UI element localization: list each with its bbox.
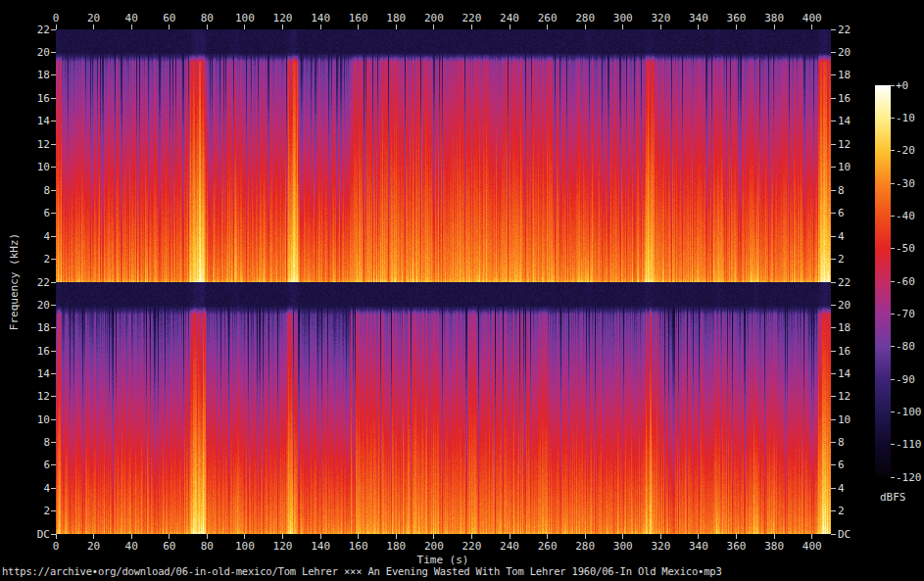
x-tick-label: 240 (500, 12, 519, 24)
x-tick-label: 0 (53, 12, 60, 24)
colorbar-tick-label: -60 (896, 275, 915, 288)
colorbar-tick-mark (891, 216, 895, 217)
x-tick-mark (358, 24, 359, 29)
y-tick-label: 8 (0, 436, 50, 449)
y-tick-label: 10 (0, 413, 50, 426)
x-tick-label: 220 (462, 12, 482, 24)
y-tick-mark (51, 52, 56, 53)
y-tick-label: 20 (0, 299, 50, 312)
colorbar-tick-label: -10 (896, 112, 915, 124)
y-tick-mark (831, 74, 836, 75)
y-tick-label: 10 (0, 161, 50, 173)
y-tick-mark (51, 305, 56, 306)
x-tick-label: 200 (424, 12, 444, 24)
y-tick-mark (831, 510, 836, 511)
y-tick-label: 2 (0, 505, 50, 517)
x-tick-mark (320, 24, 321, 29)
y-tick-label: 14 (0, 367, 50, 380)
y-tick-label: 22 (838, 276, 851, 289)
y-tick-mark (831, 29, 836, 30)
x-tick-label: 260 (538, 540, 558, 553)
x-tick-mark (811, 24, 812, 29)
y-tick-mark (51, 419, 56, 420)
y-tick-label: 8 (0, 184, 50, 197)
x-tick-label: 200 (424, 540, 444, 553)
y-tick-mark (51, 190, 56, 191)
x-tick-mark (774, 24, 775, 29)
colorbar-tick-mark (891, 85, 895, 86)
y-tick-mark (51, 464, 56, 465)
y-tick-mark (51, 488, 56, 489)
x-tick-label: 240 (500, 540, 519, 553)
y-tick-label: 4 (0, 230, 50, 243)
y-tick-mark (831, 144, 836, 145)
colorbar-tick-mark (891, 477, 895, 478)
y-tick-mark (831, 236, 836, 237)
y-tick-mark (51, 534, 56, 535)
x-tick-mark (282, 534, 283, 539)
x-tick-label: 280 (575, 540, 595, 553)
x-tick-mark (358, 534, 359, 539)
x-tick-label: 20 (87, 540, 100, 553)
colorbar-tick-mark (891, 248, 895, 249)
y-tick-label: 6 (838, 207, 845, 219)
y-tick-label: 18 (838, 321, 851, 334)
x-tick-mark (547, 24, 548, 29)
x-tick-label: 140 (311, 540, 330, 553)
y-tick-mark (831, 442, 836, 443)
y-tick-mark (51, 510, 56, 511)
x-tick-label: 300 (613, 540, 633, 553)
y-tick-mark (831, 351, 836, 352)
x-tick-label: 100 (235, 540, 255, 553)
x-tick-label: 400 (802, 12, 822, 24)
y-tick-label: 20 (838, 299, 851, 312)
y-tick-label: DC (0, 528, 50, 541)
x-tick-label: 320 (651, 540, 670, 553)
x-tick-mark (585, 24, 586, 29)
y-tick-label: 20 (0, 46, 50, 59)
x-tick-mark (622, 24, 623, 29)
source-url-text: https://archive•org/download/06-in-old-m… (2, 565, 722, 578)
y-tick-label: 12 (838, 390, 851, 403)
y-tick-mark (51, 351, 56, 352)
y-tick-mark (51, 74, 56, 75)
y-tick-label: 22 (0, 276, 50, 289)
y-tick-mark (51, 442, 56, 443)
x-tick-mark (282, 24, 283, 29)
y-tick-mark (51, 121, 56, 121)
y-tick-mark (831, 121, 836, 121)
x-tick-mark (131, 24, 132, 29)
x-tick-label: 120 (273, 12, 293, 24)
x-tick-mark (93, 24, 94, 29)
y-tick-mark (831, 98, 836, 99)
y-tick-label: DC (838, 528, 851, 541)
y-tick-mark (831, 52, 836, 53)
x-tick-label: 360 (727, 540, 747, 553)
x-tick-mark (244, 534, 245, 539)
x-tick-label: 360 (727, 12, 747, 24)
y-tick-label: 22 (838, 24, 851, 36)
x-tick-mark (169, 534, 170, 539)
x-tick-label: 340 (689, 12, 708, 24)
x-tick-label: 0 (53, 540, 60, 553)
x-tick-label: 100 (235, 12, 255, 24)
x-tick-mark (93, 534, 94, 539)
x-tick-mark (510, 534, 511, 539)
x-tick-mark (471, 534, 472, 539)
x-tick-mark (774, 534, 775, 539)
dbfs-colorbar (875, 85, 891, 477)
y-tick-label: 4 (838, 482, 845, 495)
colorbar-tick-label: -30 (896, 177, 915, 190)
y-tick-mark (831, 419, 836, 420)
y-tick-label: 6 (838, 459, 845, 471)
x-tick-label: 40 (125, 540, 138, 553)
x-tick-mark (244, 24, 245, 29)
colorbar-tick-mark (891, 346, 895, 347)
x-tick-mark (811, 534, 812, 539)
y-tick-label: 8 (838, 184, 845, 197)
y-tick-mark (831, 167, 836, 168)
colorbar-tick-mark (891, 118, 895, 119)
x-tick-mark (396, 534, 397, 539)
y-tick-label: 6 (0, 459, 50, 471)
x-tick-label: 380 (764, 12, 784, 24)
